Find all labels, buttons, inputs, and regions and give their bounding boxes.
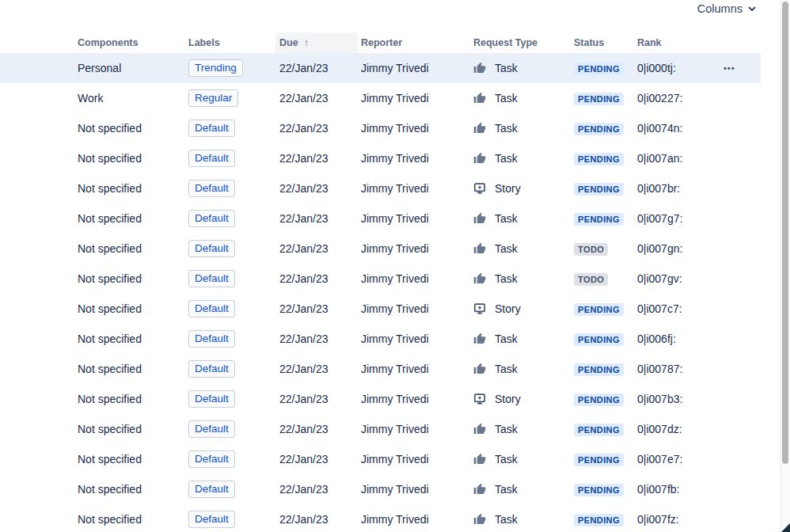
table-row[interactable]: Personal Trending 22/Jan/23 Jimmy Trived… [0, 53, 761, 83]
cell-reporter: Jimmy Trivedi [361, 483, 473, 496]
label-chip[interactable]: Default [188, 180, 235, 197]
cell-request-type: Task [473, 513, 574, 526]
status-badge: PENDING [574, 393, 624, 406]
column-header-request-type[interactable]: Request Type [473, 32, 574, 53]
table-row[interactable]: Not specified Default 22/Jan/23 Jimmy Tr… [0, 203, 761, 234]
columns-dropdown[interactable]: Columns [697, 2, 757, 16]
cell-labels: Regular [188, 89, 279, 107]
cell-actions: ••• [722, 454, 761, 464]
label-chip[interactable]: Regular [188, 89, 238, 107]
table-row[interactable]: Not specified Default 22/Jan/23 Jimmy Tr… [0, 294, 761, 324]
cell-status: TODO [574, 242, 637, 256]
cell-request-type: Task [473, 453, 574, 466]
cell-actions: ••• [722, 93, 761, 103]
table-row[interactable]: Not specified Default 22/Jan/23 Jimmy Tr… [0, 504, 761, 532]
column-header-reporter[interactable]: Reporter [361, 32, 473, 53]
thumbs-up-icon [473, 483, 486, 496]
status-badge: PENDING [574, 153, 624, 165]
columns-dropdown-label: Columns [697, 2, 743, 16]
cell-rank: 0|i007br: [637, 182, 722, 195]
label-chip[interactable]: Default [188, 210, 235, 227]
cell-components: Not specified [78, 332, 188, 345]
cell-components: Not specified [78, 212, 188, 225]
label-chip[interactable]: Default [188, 511, 235, 528]
label-chip[interactable]: Default [188, 450, 235, 468]
cell-labels: Default [188, 240, 279, 257]
table-row[interactable]: Work Regular 22/Jan/23 Jimmy Trivedi Tas… [0, 83, 761, 113]
cell-reporter: Jimmy Trivedi [361, 182, 473, 195]
cell-components: Personal [78, 62, 188, 74]
table-row[interactable]: Not specified Default 22/Jan/23 Jimmy Tr… [0, 173, 761, 203]
cell-due: 22/Jan/23 [279, 363, 361, 375]
column-header-labels[interactable]: Labels [188, 32, 279, 53]
cell-request-type: Task [473, 122, 574, 135]
cell-status: PENDING [574, 332, 637, 346]
cell-reporter: Jimmy Trivedi [361, 423, 473, 435]
cell-rank: 0|i000tj: [637, 62, 722, 74]
cell-rank: 0|i00787: [637, 363, 722, 375]
table-row[interactable]: Not specified Default 22/Jan/23 Jimmy Tr… [0, 444, 761, 474]
cell-labels: Default [188, 511, 279, 528]
vertical-scrollbar[interactable] [781, 0, 790, 532]
cell-reporter: Jimmy Trivedi [361, 393, 473, 405]
table-row[interactable]: Not specified Default 22/Jan/23 Jimmy Tr… [0, 384, 761, 414]
label-chip[interactable]: Default [188, 330, 235, 348]
cell-due: 22/Jan/23 [279, 272, 361, 285]
thumbs-up-icon [473, 332, 486, 345]
cell-rank: 0|i007c7: [637, 302, 722, 315]
label-chip[interactable]: Default [188, 120, 235, 137]
label-chip[interactable]: Default [188, 390, 235, 408]
toolbar: Columns [0, 0, 790, 32]
cell-components: Not specified [78, 483, 188, 496]
cell-request-type: Task [473, 363, 574, 375]
cell-reporter: Jimmy Trivedi [361, 272, 473, 285]
label-chip[interactable]: Trending [188, 59, 243, 77]
table-row[interactable]: Not specified Default 22/Jan/23 Jimmy Tr… [0, 324, 761, 354]
label-chip[interactable]: Default [188, 360, 235, 378]
cell-labels: Default [188, 270, 279, 287]
cell-labels: Default [188, 420, 279, 438]
cell-due: 22/Jan/23 [279, 122, 361, 135]
cell-rank: 0|i007e7: [637, 453, 722, 466]
label-chip[interactable]: Default [188, 481, 235, 498]
cell-reporter: Jimmy Trivedi [361, 332, 473, 345]
cell-actions: ••• [722, 515, 761, 524]
table-row[interactable]: Not specified Default 22/Jan/23 Jimmy Tr… [0, 113, 761, 143]
table-row[interactable]: Not specified Default 22/Jan/23 Jimmy Tr… [0, 264, 761, 294]
table-row[interactable]: Not specified Default 22/Jan/23 Jimmy Tr… [0, 234, 761, 264]
status-badge: PENDING [574, 63, 624, 75]
cell-reporter: Jimmy Trivedi [361, 152, 473, 165]
more-actions-icon[interactable]: ••• [722, 63, 735, 73]
cell-request-type: Task [473, 212, 574, 225]
cell-request-type: Task [473, 62, 574, 74]
chevron-down-icon [747, 4, 757, 13]
label-chip[interactable]: Default [188, 150, 235, 167]
table-body: Personal Trending 22/Jan/23 Jimmy Trived… [0, 53, 790, 532]
label-chip[interactable]: Default [188, 240, 235, 257]
cell-request-type: Task [473, 92, 574, 104]
table-row[interactable]: Not specified Default 22/Jan/23 Jimmy Tr… [0, 354, 761, 384]
column-header-components[interactable]: Components [78, 32, 188, 53]
cell-request-type: Task [473, 272, 574, 285]
thumbs-up-icon [473, 423, 486, 435]
table-row[interactable]: Not specified Default 22/Jan/23 Jimmy Tr… [0, 414, 761, 444]
label-chip[interactable]: Default [188, 420, 235, 438]
thumbs-up-icon [473, 513, 486, 526]
status-badge: PENDING [574, 213, 624, 226]
thumbs-up-icon [473, 122, 486, 135]
scrollbar-thumb[interactable] [782, 2, 788, 464]
thumbs-up-icon [473, 152, 486, 165]
column-header-status[interactable]: Status [574, 32, 637, 53]
cell-labels: Default [188, 481, 279, 498]
label-chip[interactable]: Default [188, 270, 235, 287]
table-row[interactable]: Not specified Default 22/Jan/23 Jimmy Tr… [0, 143, 761, 173]
label-chip[interactable]: Default [188, 300, 235, 317]
table-row[interactable]: Not specified Default 22/Jan/23 Jimmy Tr… [0, 474, 761, 504]
cell-request-type: Task [473, 483, 574, 496]
cell-rank: 0|i007dz: [637, 423, 722, 435]
column-header-rank[interactable]: Rank [637, 32, 722, 53]
column-header-due[interactable]: Due ↑ [279, 32, 361, 53]
cell-status: PENDING [574, 92, 637, 105]
cell-status: PENDING [574, 423, 637, 436]
story-icon [473, 302, 486, 315]
